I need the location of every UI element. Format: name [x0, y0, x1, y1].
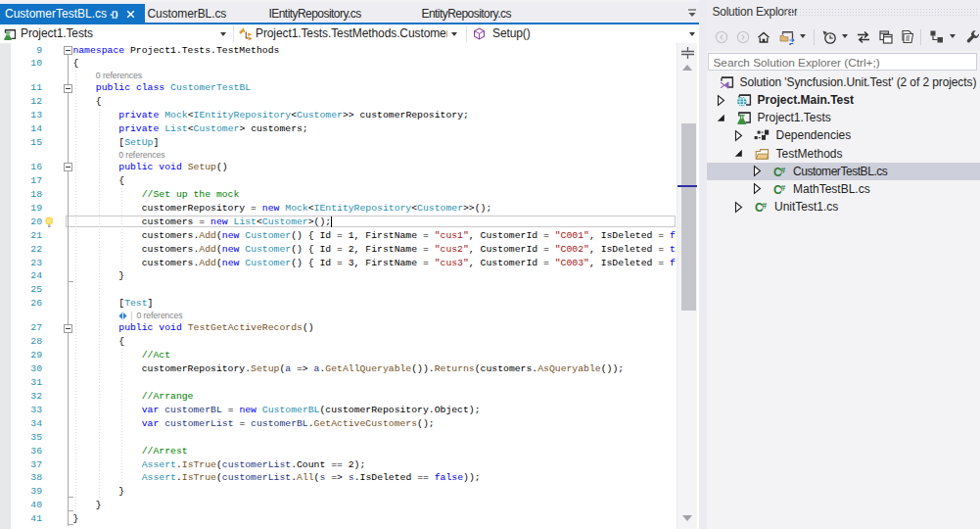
svg-text:#: #	[780, 165, 785, 174]
svg-text:#: #	[762, 201, 767, 211]
svg-text:#: #	[780, 182, 785, 192]
